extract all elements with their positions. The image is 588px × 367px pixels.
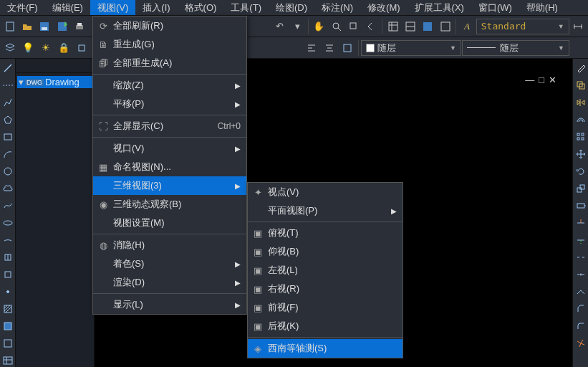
- menu-file[interactable]: 文件(F): [0, 0, 45, 15]
- sun-icon[interactable]: ☀: [37, 39, 54, 57]
- spline-icon[interactable]: [1, 199, 14, 212]
- rotate-icon[interactable]: [574, 165, 587, 178]
- polygon-icon[interactable]: [1, 113, 14, 126]
- menu-view-settings[interactable]: 视图设置(M): [93, 214, 246, 232]
- move-icon[interactable]: [574, 148, 587, 161]
- revcloud-icon[interactable]: [1, 182, 14, 195]
- menu-named-views[interactable]: ▦命名视图(N)...: [93, 158, 246, 176]
- menu-window[interactable]: 窗口(W): [471, 0, 519, 15]
- construction-line-icon[interactable]: [1, 79, 14, 92]
- menu-pan[interactable]: 平移(P)▶: [93, 95, 246, 113]
- submenu-bottom[interactable]: ▣仰视(B): [248, 242, 403, 261]
- submenu-plan[interactable]: 平面视图(P)▶: [248, 201, 403, 220]
- menu-edit[interactable]: 编辑(E): [45, 0, 90, 15]
- menu-tools[interactable]: 工具(T): [223, 0, 269, 15]
- polyline-icon[interactable]: [1, 96, 14, 109]
- ellipse-arc-icon[interactable]: [1, 234, 14, 247]
- menu-refresh-all[interactable]: ⟳全部刷新(R): [93, 16, 246, 35]
- saveas-icon[interactable]: [54, 18, 70, 35]
- line-icon[interactable]: [1, 62, 14, 75]
- menu-shade[interactable]: 着色(S)▶: [93, 254, 246, 273]
- save-icon[interactable]: [37, 18, 53, 35]
- redo-dropdown-icon[interactable]: ▾: [289, 18, 305, 35]
- scale-icon[interactable]: [574, 182, 587, 195]
- ellipse-icon[interactable]: [1, 216, 14, 229]
- point-icon[interactable]: [1, 285, 14, 298]
- break-icon[interactable]: [574, 268, 587, 281]
- submenu-top[interactable]: ▣俯视(T): [248, 224, 403, 242]
- zoom-realtime-icon[interactable]: [328, 18, 344, 35]
- menu-view[interactable]: 视图(V): [90, 0, 135, 15]
- tree-expand-icon[interactable]: ▾: [19, 77, 24, 87]
- submenu-back[interactable]: ▣后视(K): [248, 317, 403, 335]
- break-point-icon[interactable]: [574, 251, 587, 264]
- menu-draw[interactable]: 绘图(D): [269, 0, 314, 15]
- menu-format[interactable]: 格式(O): [178, 0, 224, 15]
- region-icon[interactable]: [1, 337, 14, 350]
- layer-dropdown-2[interactable]: 随层 ▼: [462, 40, 569, 56]
- mirror-icon[interactable]: [574, 96, 587, 109]
- arc-icon[interactable]: [1, 148, 14, 161]
- textstyle-icon[interactable]: A: [458, 18, 475, 35]
- submenu-right[interactable]: ▣右视(R): [248, 280, 403, 298]
- align-left-icon[interactable]: [303, 39, 320, 57]
- circle-icon[interactable]: [1, 165, 14, 178]
- dimstyle-icon[interactable]: [570, 18, 587, 35]
- menu-render[interactable]: 渲染(D)▶: [93, 273, 246, 292]
- menu-ext[interactable]: 扩展工具(X): [408, 0, 471, 15]
- copy-icon[interactable]: [574, 79, 587, 92]
- properties-icon[interactable]: [402, 18, 418, 35]
- hatch-icon[interactable]: [1, 302, 14, 315]
- menu-regen[interactable]: 🗎重生成(G): [93, 35, 246, 54]
- array-icon[interactable]: [574, 130, 587, 143]
- menu-fullscreen[interactable]: ⛶全屏显示(C)Ctrl+0: [93, 117, 246, 135]
- table-icon[interactable]: [385, 18, 401, 35]
- join-icon[interactable]: [574, 285, 587, 298]
- align-right-icon[interactable]: [339, 39, 356, 57]
- print-icon[interactable]: [71, 18, 87, 35]
- zoom-prev-icon[interactable]: [363, 18, 380, 35]
- submenu-front[interactable]: ▣前视(F): [248, 298, 403, 317]
- submenu-left[interactable]: ▣左视(L): [248, 261, 403, 280]
- minimize-icon[interactable]: —: [525, 75, 534, 85]
- pan-icon[interactable]: ✋: [311, 18, 327, 35]
- undo-icon[interactable]: ↶: [271, 18, 288, 35]
- maximize-icon[interactable]: □: [539, 75, 544, 85]
- trim-icon[interactable]: [574, 216, 587, 229]
- rectangle-icon[interactable]: [1, 130, 14, 143]
- menu-viewport[interactable]: 视口(V)▶: [93, 139, 246, 158]
- erase-icon[interactable]: [574, 62, 587, 75]
- table-draw-icon[interactable]: [1, 354, 14, 367]
- extend-icon[interactable]: [574, 234, 587, 247]
- gradient-icon[interactable]: [1, 320, 14, 333]
- make-block-icon[interactable]: [1, 268, 14, 281]
- new-icon[interactable]: [1, 18, 18, 35]
- bulb-icon[interactable]: 💡: [19, 39, 37, 57]
- explode-icon[interactable]: [574, 337, 587, 350]
- layer-dropdown[interactable]: 随层 ▼: [361, 40, 461, 56]
- layers-icon[interactable]: [1, 39, 19, 57]
- menu-dimension[interactable]: 标注(N): [314, 0, 360, 15]
- chamfer-icon[interactable]: [574, 302, 587, 315]
- offset-icon[interactable]: [574, 113, 587, 126]
- menu-regen-all[interactable]: 🗐全部重生成(A): [93, 54, 246, 72]
- align-center-icon[interactable]: [321, 39, 338, 57]
- close-icon[interactable]: ✕: [549, 75, 556, 85]
- menu-zoom[interactable]: 缩放(Z)▶: [93, 76, 246, 95]
- stretch-icon[interactable]: [574, 199, 587, 212]
- fillet-icon[interactable]: [574, 320, 587, 333]
- open-icon[interactable]: [19, 18, 35, 35]
- style-dropdown[interactable]: Standard ▼: [476, 19, 569, 34]
- menu-3d-orbit[interactable]: ◉三维动态观察(B): [93, 195, 246, 214]
- menu-modify[interactable]: 修改(M): [360, 0, 408, 15]
- submenu-viewpoint[interactable]: ✦视点(V): [248, 183, 403, 201]
- freeze-icon[interactable]: [73, 39, 90, 57]
- menu-3d-views[interactable]: 三维视图(3)▶: [93, 176, 246, 195]
- menu-hide[interactable]: ◍消隐(H): [93, 236, 246, 254]
- zoom-window-icon[interactable]: [345, 18, 362, 35]
- file-tree-item[interactable]: ▾ DWG Drawing: [17, 76, 92, 88]
- menu-insert[interactable]: 插入(I): [135, 0, 177, 15]
- designcenter-icon[interactable]: [420, 18, 436, 35]
- menu-help[interactable]: 帮助(H): [519, 0, 565, 15]
- submenu-sw-iso[interactable]: ◈西南等轴测(S): [248, 339, 403, 358]
